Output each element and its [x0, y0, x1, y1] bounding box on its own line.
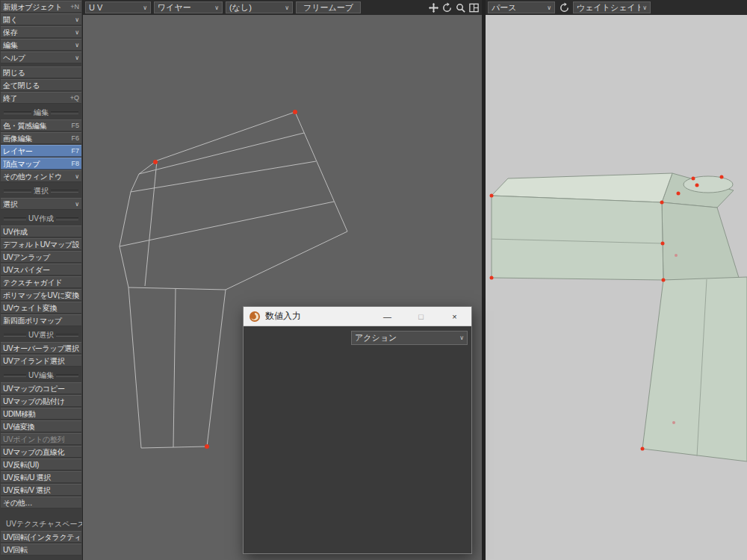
section-label: 編集	[34, 108, 49, 118]
sidebar-item-accel: F5	[71, 120, 79, 131]
sidebar-item-other-windows[interactable]: その他ウィンドウ ∨	[1, 170, 81, 182]
dialog-titlebar[interactable]: 数値入力 — □ ×	[244, 307, 471, 326]
view3d-toolbar: パース ∨ ウェイトシェイド ∨	[486, 0, 747, 15]
sidebar-item-new-object[interactable]: 新規オブジェクト +N	[1, 1, 81, 13]
sidebar-item-layer[interactable]: レイヤー F7	[1, 145, 81, 157]
sidebar-item-label: テクスチャガイド	[3, 277, 79, 288]
sidebar-item-uv-rotate[interactable]: UV回転	[1, 544, 81, 556]
sidebar-item-uv-map-straighten[interactable]: UVマップの直線化	[1, 446, 81, 458]
sidebar-item-label: UVマップの直線化	[3, 447, 79, 458]
chevron-down-icon: ∨	[75, 27, 79, 38]
numeric-input-dialog: 数値入力 — □ × アクション ∨	[243, 306, 472, 554]
sidebar-item-uv-map-paste[interactable]: UVマップの貼付け	[1, 395, 81, 407]
sidebar-item-uv-overlap-select[interactable]: UVオーバーラップ選択	[1, 342, 81, 354]
maximize-button[interactable]: □	[404, 307, 438, 326]
perspective-viewport[interactable]	[486, 15, 747, 560]
model-faces	[492, 173, 747, 461]
chevron-down-icon: ∨	[459, 335, 464, 341]
sidebar-item-label: UVオーバーラップ選択	[3, 343, 79, 354]
chevron-down-icon: ∨	[214, 4, 219, 11]
viewport-layout-icon[interactable]	[468, 1, 480, 13]
sidebar-item-others[interactable]: その他…	[1, 497, 81, 508]
section-label: UV編集	[28, 370, 54, 381]
sidebar-item-label: 新四面ポリマップ	[3, 315, 79, 326]
sidebar-item-uv-create[interactable]: UV作成	[1, 225, 81, 237]
zoom-icon[interactable]	[454, 1, 466, 13]
sidebar-item-label: UVアンラップ	[3, 252, 79, 263]
sidebar-item-uv-unwrap[interactable]: UVアンラップ	[1, 251, 81, 263]
sidebar-item-default-uv-map[interactable]: デフォルトUVマップ設定	[1, 238, 81, 250]
sidebar-item-uv-flip-u-select[interactable]: UV反転/U 選択	[1, 471, 81, 483]
sidebar-item-accel: +N	[70, 1, 79, 13]
sidebar-item-uv-spider[interactable]: UVスパイダー	[1, 264, 81, 276]
sidebar-item-uv-flip-v-select[interactable]: UV反転/V 選択	[1, 484, 81, 496]
sidebar-section-edit: 編集	[1, 108, 81, 117]
sidebar-item-label: 画像編集	[3, 133, 69, 144]
sidebar-item-label: 新規オブジェクト	[3, 1, 69, 13]
sidebar-item-uv-weight-convert[interactable]: UVウェイト変換	[1, 302, 81, 314]
sidebar-item-label: 全て閉じる	[3, 80, 79, 91]
sidebar-item-label: UVマップのコピー	[3, 383, 79, 394]
sidebar-section-uv-edit: UV編集	[1, 371, 81, 380]
section-label: UV作成	[28, 214, 54, 224]
sidebar-item-label: 選択	[3, 199, 73, 210]
sidebar-item-uv-rotate-interactive[interactable]: UV回転(インタラクティブ)	[1, 531, 81, 543]
sidebar-item-accel: F6	[71, 133, 79, 144]
projection-dropdown[interactable]: パース ∨	[488, 1, 555, 13]
shading-dropdown-label: ウェイトシェイド	[577, 2, 640, 13]
sidebar-item-label: レイヤー	[3, 146, 69, 157]
sidebar-item-save[interactable]: 保存 ∨	[1, 26, 81, 38]
sidebar-item-polymap-to-uv[interactable]: ポリマップをUVに変換	[1, 289, 81, 301]
sidebar-item-label: UVアイランド選択	[3, 355, 79, 367]
sidebar-item-uv-flip-ui[interactable]: UV反転(UI)	[1, 458, 81, 470]
sidebar-item-label: 頂点マップ	[3, 158, 69, 169]
sidebar-item-close[interactable]: 閉じる	[1, 66, 81, 78]
dialog-title: 数値入力	[265, 310, 371, 323]
freemove-button-label: フリームーブ	[303, 2, 353, 13]
shading-dropdown[interactable]: ウェイトシェイド ∨	[573, 1, 651, 13]
sidebar-item-vertex-map[interactable]: 頂点マップ F8	[1, 158, 81, 169]
close-button[interactable]: ×	[438, 307, 471, 326]
sidebar-item-edit-menu[interactable]: 編集 ∨	[1, 39, 81, 51]
chevron-down-icon: ∨	[75, 199, 79, 210]
action-dropdown[interactable]: アクション ∨	[351, 331, 468, 345]
rotate-view-icon[interactable]	[558, 1, 570, 13]
sidebar-item-label: UV値変換	[3, 421, 79, 432]
chevron-down-icon: ∨	[75, 14, 79, 25]
sidebar-item-help[interactable]: ヘルプ ∨	[1, 52, 81, 63]
sidebar-item-label: その他ウィンドウ	[3, 171, 73, 182]
freemove-button[interactable]: フリームーブ	[296, 1, 361, 13]
sidebar-item-quit[interactable]: 終了 +Q	[1, 92, 81, 104]
projection-dropdown-label: パース	[492, 2, 545, 13]
sidebar-item-uv-value-convert[interactable]: UV値変換	[1, 420, 81, 432]
sidebar-item-label: 閉じる	[3, 67, 79, 78]
sidebar-item-texture-guide[interactable]: テクスチャガイド	[1, 276, 81, 288]
sidebar-item-uv-map-copy[interactable]: UVマップのコピー	[1, 382, 81, 394]
sidebar-item-label: ヘルプ	[3, 52, 73, 63]
sidebar-item-open[interactable]: 開く ∨	[1, 13, 81, 25]
texture-dropdown[interactable]: (なし) ∨	[226, 1, 293, 13]
sidebar-item-label: UVポイントの整列	[3, 434, 79, 445]
sidebar-section-uv-create: UV作成	[1, 214, 81, 223]
uv-mode-dropdown-label: U V	[89, 3, 140, 12]
sidebar-item-uv-island-select[interactable]: UVアイランド選択	[1, 355, 81, 367]
pan-icon[interactable]	[427, 1, 439, 13]
chevron-down-icon: ∨	[143, 4, 147, 11]
display-mode-dropdown[interactable]: ワイヤー ∨	[154, 1, 223, 13]
sidebar-item-label: UVスパイダー	[3, 264, 79, 276]
sidebar-item-close-all[interactable]: 全て閉じる	[1, 79, 81, 91]
sidebar-item-label: UV回転	[3, 544, 79, 556]
minimize-button[interactable]: —	[371, 307, 404, 326]
sidebar-item-label: UV反転(UI)	[3, 459, 79, 470]
sleeve-opening	[684, 176, 733, 193]
sidebar-item-image-edit[interactable]: 画像編集 F6	[1, 132, 81, 144]
rotate-view-icon[interactable]	[441, 1, 453, 13]
sidebar-item-new-quad-polymap[interactable]: 新四面ポリマップ	[1, 314, 81, 326]
uv-mode-dropdown[interactable]: U V ∨	[85, 1, 151, 13]
sidebar-item-material-edit[interactable]: 色・質感編集 F5	[1, 119, 81, 131]
sidebar-item-udim-move[interactable]: UDIM移動	[1, 408, 81, 420]
section-label: UV選択	[28, 330, 54, 340]
sidebar-item-label: UV作成	[3, 226, 79, 237]
sidebar-item-select[interactable]: 選択 ∨	[1, 198, 81, 210]
sidebar-item-label: 編集	[3, 40, 73, 51]
